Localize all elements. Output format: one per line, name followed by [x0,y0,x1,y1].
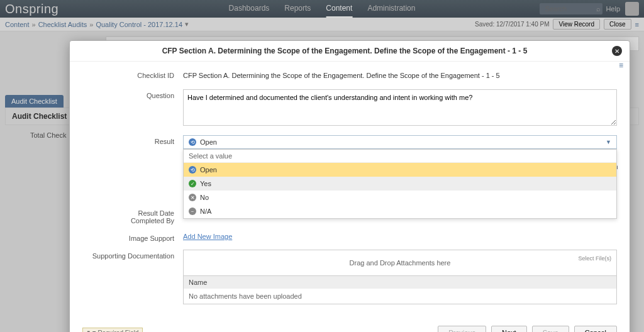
checklist-id-value: CFP Section A. Determining the Scope of … [183,69,617,82]
attach-empty-text: No attachments have been uploaded [184,289,616,304]
modal-menu-icon[interactable]: ≡ [619,61,623,70]
cancel-button[interactable]: Cancel [574,326,617,332]
result-select[interactable]: ⟲ Open ▼ [183,135,617,149]
modal-dialog: CFP Section A. Determining the Scope of … [69,40,630,332]
result-label: Result [82,135,183,145]
close-icon[interactable]: ✕ [612,46,622,56]
option-open[interactable]: ⟲Open [184,163,616,177]
modal-body: Checklist ID CFP Section A. Determining … [70,62,630,319]
option-na[interactable]: −N/A [184,204,616,218]
save-button: Save [532,326,569,332]
result-value: Open [200,138,217,146]
previous-button: Previous [438,326,486,332]
question-label: Question [82,89,183,99]
select-files-link[interactable]: Select File(s) [578,255,611,262]
drop-zone[interactable]: Drag and Drop Attachments here Select Fi… [184,250,616,275]
option-no[interactable]: ✕No [184,191,616,204]
modal-footer: ▮ = Required Field Previous Next Save Ca… [70,319,630,332]
attachment-box: Drag and Drop Attachments here Select Fi… [183,250,617,304]
status-open-icon: ⟲ [189,138,196,146]
checklist-id-label: Checklist ID [82,69,183,79]
result-dropdown: Select a value ⟲Open ✓Yes ✕No −N/A [183,149,617,219]
add-new-image-link[interactable]: Add New Image [183,233,232,240]
supporting-doc-label: Supporting Documentation [82,250,183,260]
question-textarea[interactable] [183,89,617,126]
modal-header: CFP Section A. Determining the Scope of … [70,41,630,62]
modal-title: CFP Section A. Determining the Scope of … [162,47,528,55]
chevron-down-icon: ▼ [606,139,611,145]
option-yes[interactable]: ✓Yes [184,177,616,191]
attach-name-header: Name [184,275,616,289]
image-support-label: Image Support [82,232,183,242]
dropdown-header: Select a value [184,150,616,163]
completed-by-label: Completed By [82,214,183,224]
next-button[interactable]: Next [491,326,527,332]
required-field-legend: ▮ = Required Field [82,328,143,333]
